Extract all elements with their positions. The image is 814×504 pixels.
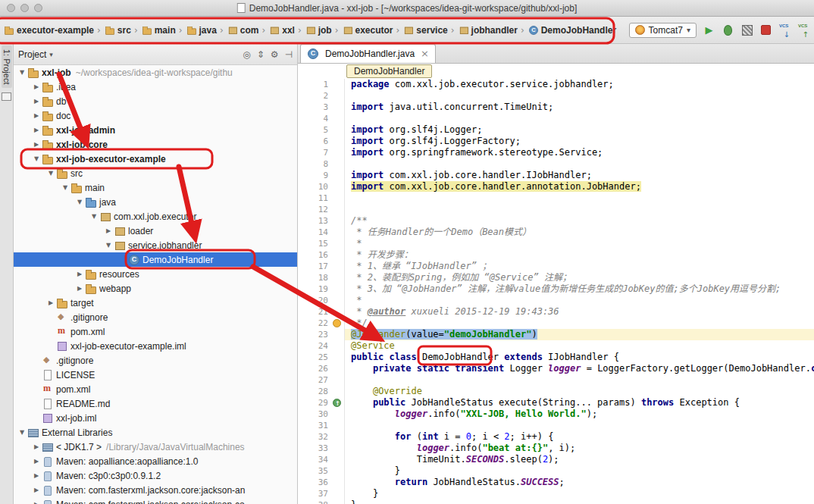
breadcrumb-item-main[interactable]: main <box>139 23 177 36</box>
code-line-31[interactable]: 31 <box>298 420 814 431</box>
code-line-24[interactable]: 24@Service <box>298 340 814 352</box>
tree-item-xxl-job-executor-example[interactable]: ▼xxl-job-executor-example <box>14 152 297 166</box>
breadcrumb-item-executor[interactable]: executor <box>340 23 395 36</box>
code-line-27[interactable]: 27 <box>298 374 814 386</box>
project-tool-window-button[interactable]: 1: Project <box>2 45 12 88</box>
breadcrumb-item-com[interactable]: com <box>225 23 261 36</box>
code-line-4[interactable]: 4 <box>298 113 814 124</box>
expand-arrow-icon[interactable]: ▶ <box>74 285 85 292</box>
code-line-9[interactable]: 9import com.xxl.job.core.handler.IJobHan… <box>298 170 814 181</box>
code-line-16[interactable]: 16 * 开发步骤： <box>298 249 814 261</box>
code-line-1[interactable]: 1package com.xxl.job.executor.service.jo… <box>298 79 814 90</box>
tree-item-demojobhandler[interactable]: DemoJobHandler <box>14 252 297 267</box>
code-line-36[interactable]: 36 return JobHandleStatus.SUCCESS; <box>298 477 814 488</box>
tree-item-service.jobhandler[interactable]: ▼service.jobhandler <box>14 238 297 252</box>
code-line-34[interactable]: 34 TimeUnit.SECONDS.sleep(2); <box>298 454 814 465</box>
tree-item-maven-com.fasterxml.jackson.core-jackson-co[interactable]: ▶Maven: com.fasterxml.jackson.core:jacks… <box>14 497 297 504</box>
tree-item-db[interactable]: ▶db <box>14 94 297 108</box>
tree-item-main[interactable]: ▼main <box>14 180 297 195</box>
debug-button[interactable] <box>721 23 735 37</box>
expand-arrow-icon[interactable]: ▶ <box>31 98 42 105</box>
breadcrumb-item-executor-example[interactable]: executor-example <box>2 23 95 36</box>
expand-arrow-icon[interactable]: ▶ <box>31 501 42 504</box>
tree-item-target[interactable]: ▶target <box>14 296 297 310</box>
tree-item-.idea[interactable]: ▶.idea <box>14 80 297 94</box>
collapse-arrow-icon[interactable]: ▼ <box>89 213 99 220</box>
close-tab-icon[interactable]: × <box>421 48 429 59</box>
expand-collapse-icon[interactable]: ⇕ <box>257 50 265 59</box>
code-line-13[interactable]: 13/** <box>298 215 814 227</box>
expand-arrow-icon[interactable]: ▶ <box>74 271 85 277</box>
tree-item-doc[interactable]: ▶doc <box>14 108 297 123</box>
collapse-arrow-icon[interactable]: ▼ <box>74 199 85 205</box>
collapse-arrow-icon[interactable]: ▼ <box>17 429 27 436</box>
settings-gear-icon[interactable]: ⚙ <box>271 50 279 59</box>
tree-item-maven-c3p0-c3p0-0.9.1.2[interactable]: ▶Maven: c3p0:c3p0:0.9.1.2 <box>14 468 297 483</box>
run-button[interactable] <box>702 23 716 37</box>
code-line-18[interactable]: 18 * 2、装配到Spring，例如加 “@Service” 注解； <box>298 272 814 283</box>
hide-panel-icon[interactable]: ⊣ <box>285 50 293 59</box>
code-editor[interactable]: 1package com.xxl.job.executor.service.jo… <box>298 79 814 504</box>
tree-item-.gitignore[interactable]: .gitignore <box>14 310 297 324</box>
expand-arrow-icon[interactable]: ▶ <box>45 299 56 306</box>
tree-item-pom.xml[interactable]: pom.xml <box>14 382 297 396</box>
code-line-11[interactable]: 11 <box>298 193 814 204</box>
code-line-20[interactable]: 20 * <box>298 295 814 306</box>
expand-arrow-icon[interactable]: ▶ <box>103 227 114 234</box>
code-line-22[interactable]: 22 */ <box>298 318 814 329</box>
project-view-selector[interactable]: Project ▾ <box>18 49 53 60</box>
tree-item-xxl-job[interactable]: ▼xxl-job~/workspaces/idea-git-workspace/… <box>14 65 297 80</box>
editor-breadcrumb-chip[interactable]: DemoJobHandler <box>346 64 432 78</box>
code-line-19[interactable]: 19 * 3、加 “@JobHander” 注解，注解value值为新增任务生成… <box>298 283 814 295</box>
tree-item-external-libraries[interactable]: ▼External Libraries <box>14 425 297 440</box>
expand-arrow-icon[interactable]: ▶ <box>31 127 42 133</box>
code-line-17[interactable]: 17 * 1、继承 “IJobHandler” ； <box>298 261 814 272</box>
expand-arrow-icon[interactable]: ▶ <box>31 112 42 119</box>
code-line-25[interactable]: 25public class DemoJobHandler extends IJ… <box>298 352 814 363</box>
editor-tab-demojobhandler[interactable]: DemoJobHandler.java × <box>300 44 436 63</box>
code-line-37[interactable]: 37 } <box>298 488 814 499</box>
lightbulb-icon[interactable] <box>333 319 341 327</box>
code-line-10[interactable]: 10import com.xxl.job.core.handler.annota… <box>298 181 814 193</box>
code-line-15[interactable]: 15 * <box>298 238 814 249</box>
tree-item-license[interactable]: LICENSE <box>14 368 297 382</box>
tree-item-resources[interactable]: ▶resources <box>14 267 297 281</box>
override-method-icon[interactable] <box>333 399 341 407</box>
collapse-arrow-icon[interactable]: ▼ <box>17 69 27 76</box>
tree-item-maven-aopalliance-aopalliance-1.0[interactable]: ▶Maven: aopalliance:aopalliance:1.0 <box>14 454 297 468</box>
code-line-26[interactable]: 26 private static transient Logger logge… <box>298 363 814 374</box>
tree-item-readme.md[interactable]: README.md <box>14 396 297 411</box>
code-line-33[interactable]: 33 logger.info("beat at:{}", i); <box>298 443 814 454</box>
code-line-7[interactable]: 7import org.springframework.stereotype.S… <box>298 147 814 158</box>
breadcrumb-item-java[interactable]: java <box>184 23 218 36</box>
coverage-button[interactable] <box>740 23 754 37</box>
vcs-update-button[interactable] <box>778 23 792 37</box>
tree-item-src[interactable]: ▼src <box>14 166 297 180</box>
expand-arrow-icon[interactable]: ▶ <box>31 458 42 465</box>
tree-item-pom.xml[interactable]: pom.xml <box>14 324 297 339</box>
tree-item-java[interactable]: ▼java <box>14 195 297 209</box>
breadcrumb-item-src[interactable]: src <box>102 23 133 36</box>
breadcrumb-item-demojobhandler[interactable]: DemoJobHandler <box>526 23 618 36</box>
code-line-28[interactable]: 28 @Override <box>298 386 814 397</box>
expand-arrow-icon[interactable]: ▶ <box>31 83 42 90</box>
stop-button[interactable] <box>759 23 773 37</box>
code-line-35[interactable]: 35 } <box>298 465 814 477</box>
tool-window-icon[interactable] <box>2 92 11 101</box>
scroll-from-source-icon[interactable]: ◎ <box>243 50 250 59</box>
expand-arrow-icon[interactable]: ▶ <box>31 487 42 493</box>
breadcrumb-item-jobhandler[interactable]: jobhandler <box>456 23 519 36</box>
collapse-arrow-icon[interactable]: ▼ <box>103 242 114 249</box>
breadcrumb-item-service[interactable]: service <box>401 23 449 36</box>
tree-item-com.xxl.job.executor[interactable]: ▼com.xxl.job.executor <box>14 209 297 224</box>
breadcrumb-item-job[interactable]: job <box>303 23 333 36</box>
window-minimize-button[interactable] <box>20 4 29 12</box>
collapse-arrow-icon[interactable]: ▼ <box>45 170 56 177</box>
collapse-arrow-icon[interactable]: ▼ <box>60 184 70 191</box>
code-line-2[interactable]: 2 <box>298 90 814 102</box>
code-line-6[interactable]: 6import org.slf4j.LoggerFactory; <box>298 136 814 147</box>
tree-item-xxl-job-admin[interactable]: ▶xxl-job-admin <box>14 123 297 137</box>
tree-item-xxl-job-executor-example.iml[interactable]: xxl-job-executor-example.iml <box>14 339 297 353</box>
tree-item-xxl-job.iml[interactable]: xxl-job.iml <box>14 411 297 425</box>
code-line-5[interactable]: 5import org.slf4j.Logger; <box>298 124 814 136</box>
